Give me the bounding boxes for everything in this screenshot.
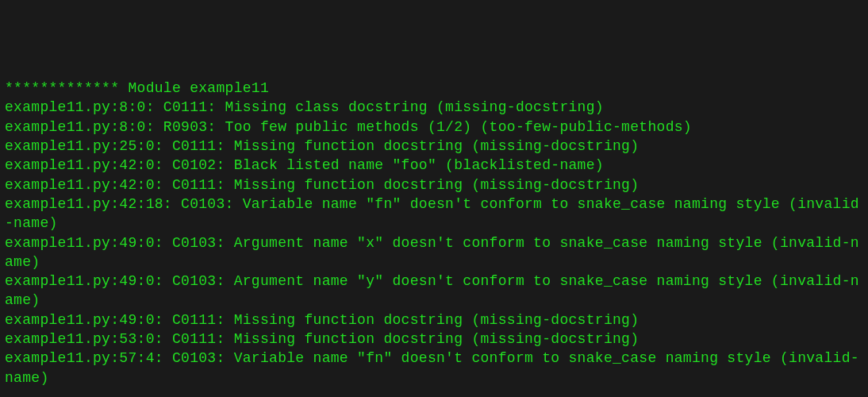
terminal-output: ************* Module example11 example11…	[0, 77, 868, 397]
lint-message: example11.py:57:4: C0103: Variable name …	[5, 350, 859, 385]
lint-message: example11.py:53:0: C0111: Missing functi…	[5, 331, 639, 347]
lint-message: example11.py:42:18: C0103: Variable name…	[5, 196, 859, 231]
lint-message: example11.py:8:0: R0903: Too few public …	[5, 119, 692, 135]
lint-message: example11.py:25:0: C0111: Missing functi…	[5, 138, 639, 154]
lint-message: example11.py:8:0: C0111: Missing class d…	[5, 99, 604, 115]
module-header: ************* Module example11	[5, 80, 269, 96]
lint-message: example11.py:42:0: C0111: Missing functi…	[5, 177, 639, 193]
lint-message: example11.py:49:0: C0103: Argument name …	[5, 273, 859, 308]
lint-message: example11.py:42:0: C0102: Black listed n…	[5, 157, 604, 173]
lint-message: example11.py:49:0: C0103: Argument name …	[5, 235, 859, 270]
lint-message: example11.py:49:0: C0111: Missing functi…	[5, 312, 639, 328]
